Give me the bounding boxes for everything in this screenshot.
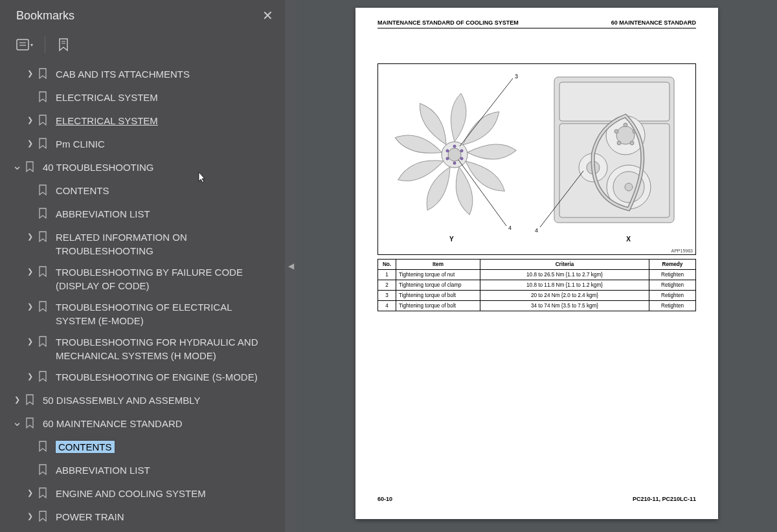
footer-left: 60-10 <box>377 496 392 502</box>
bookmark-label: TROUBLESHOOTING OF ELECTRICAL SYSTEM (E-… <box>56 300 277 327</box>
bookmark-item[interactable]: ⌄40 TROUBLESHOOTING <box>0 157 285 180</box>
svg-point-30 <box>625 183 633 191</box>
bookmark-label: TROUBLESHOOTING OF ENGINE (S-MODE) <box>56 370 277 384</box>
svg-line-14 <box>460 78 513 146</box>
bookmark-item[interactable]: ❯CAB AND ITS ATTACHMENTS <box>0 63 285 87</box>
bookmark-label: CONTENTS <box>56 184 277 197</box>
table-cell: 4 <box>378 301 396 311</box>
table-header: Criteria <box>480 260 649 270</box>
bookmark-icon <box>38 208 51 223</box>
bookmark-icon <box>25 417 38 432</box>
chevron-right-icon[interactable]: ❯ <box>22 371 38 381</box>
header-left: MAINTENANCE STANDARD OF COOLING SYSTEM <box>377 19 519 26</box>
bookmark-icon <box>38 231 51 246</box>
svg-rect-0 <box>17 39 28 50</box>
bookmark-item[interactable]: CONTENTS <box>0 180 285 203</box>
bookmark-label: 40 TROUBLESHOOTING <box>43 161 277 174</box>
bookmark-label: 50 DISASSEMBLY AND ASSEMBLY <box>43 393 277 407</box>
table-cell: 1 <box>378 270 396 280</box>
bookmarks-tree[interactable]: ❯CAB AND ITS ATTACHMENTSELECTRICAL SYSTE… <box>0 61 285 532</box>
panel-header: Bookmarks ✕ <box>0 0 285 31</box>
close-icon[interactable]: ✕ <box>262 8 273 23</box>
bookmark-item[interactable]: ❯ENGINE AND COOLING SYSTEM <box>0 483 285 506</box>
chevron-down-icon[interactable]: ⌄ <box>9 158 25 174</box>
chevron-right-icon[interactable]: ❯ <box>22 337 38 346</box>
table-cell: Retighten <box>649 270 696 280</box>
chevron-right-icon[interactable]: ❯ <box>22 115 38 125</box>
bookmark-item[interactable]: ⌄60 MAINTENANCE STANDARD <box>0 413 285 436</box>
bookmark-icon <box>38 184 51 199</box>
chevron-right-icon[interactable]: ❯ <box>22 267 38 276</box>
bookmark-icon <box>25 394 38 409</box>
svg-marker-3 <box>30 44 33 47</box>
bookmark-label: POWER TRAIN <box>56 510 277 524</box>
bookmark-label: RELATED INFORMATION ON TROUBLESHOOTING <box>56 230 277 258</box>
bookmark-label: ELECTRICAL SYSTEM <box>56 91 277 104</box>
fan-illustration: 3 4 <box>390 71 532 239</box>
pdf-page: MAINTENANCE STANDARD OF COOLING SYSTEM 6… <box>355 8 718 519</box>
bookmark-item[interactable]: CONTENTS <box>0 436 285 460</box>
table-row: 1Tightening torque of nut10.8 to 26.5 Nm… <box>378 270 696 280</box>
svg-point-11 <box>453 162 456 164</box>
table-cell: 34 to 74 Nm {3.5 to 7.5 kgm} <box>480 301 649 311</box>
chevron-right-icon[interactable]: ❯ <box>22 511 38 521</box>
bookmark-item[interactable]: ❯UNDERCARRIAGE AND FRAME <box>0 529 285 532</box>
chevron-right-icon[interactable]: ❯ <box>22 488 38 498</box>
bookmark-item[interactable]: ❯POWER TRAIN <box>0 506 285 529</box>
bookmark-icon <box>38 301 51 316</box>
svg-point-23 <box>630 141 634 145</box>
svg-point-25 <box>614 129 618 133</box>
bookmark-icon <box>38 336 51 351</box>
bookmark-icon <box>38 371 51 386</box>
callout-3: 3 <box>515 73 518 80</box>
table-header: Remedy <box>649 260 696 270</box>
bookmark-item[interactable]: ❯TROUBLESHOOTING FOR HYDRAULIC AND MECHA… <box>0 331 285 366</box>
table-cell: Retighten <box>649 291 696 301</box>
find-bookmark-icon[interactable] <box>57 38 70 52</box>
bookmark-item[interactable]: ❯Pm CLINIC <box>0 133 285 157</box>
spec-table: No.ItemCriteriaRemedy 1Tightening torque… <box>377 259 696 311</box>
table-cell: Tightening torque of bolt <box>396 291 480 301</box>
options-icon[interactable] <box>16 38 33 52</box>
bookmark-item[interactable]: ❯TROUBLESHOOTING OF ELECTRICAL SYSTEM (E… <box>0 296 285 331</box>
bookmark-item[interactable]: ❯TROUBLESHOOTING BY FAILURE CODE (DISPLA… <box>0 261 285 296</box>
bookmark-item[interactable]: ❯RELATED INFORMATION ON TROUBLESHOOTING <box>0 227 285 261</box>
table-cell: 3 <box>378 291 396 301</box>
bookmark-label: ABBREVIATION LIST <box>56 463 277 477</box>
table-header: No. <box>378 260 396 270</box>
callout-4b: 4 <box>535 227 538 234</box>
table-row: 3Tightening torque of bolt20 to 24 Nm {2… <box>378 291 696 301</box>
bookmark-label: Pm CLINIC <box>56 137 277 151</box>
chevron-right-icon[interactable]: ❯ <box>22 139 38 148</box>
page-footer: 60-10 PC210-11, PC210LC-11 <box>377 496 696 502</box>
figure-id: APP15983 <box>671 249 693 253</box>
bookmark-icon <box>38 511 51 526</box>
bookmark-item[interactable]: ❯ELECTRICAL SYSTEM <box>0 110 285 133</box>
svg-point-8 <box>453 145 456 148</box>
engine-illustration: 4 <box>528 71 684 239</box>
bookmark-icon <box>38 115 51 129</box>
figure-x-label: X <box>626 236 631 243</box>
document-viewer[interactable]: MAINTENANCE STANDARD OF COOLING SYSTEM 6… <box>297 0 777 532</box>
bookmark-item[interactable]: ❯50 DISASSEMBLY AND ASSEMBLY <box>0 390 285 413</box>
table-cell: Tightening torque of bolt <box>396 301 480 311</box>
chevron-right-icon[interactable]: ❯ <box>22 302 38 311</box>
chevron-right-icon[interactable]: ❯ <box>22 69 38 78</box>
chevron-right-icon[interactable]: ❯ <box>9 395 25 405</box>
chevron-down-icon[interactable]: ⌄ <box>9 414 25 430</box>
table-cell: 10.8 to 26.5 Nm {1.1 to 2.7 kgm} <box>480 270 649 280</box>
bookmark-label: ABBREVIATION LIST <box>56 207 277 221</box>
svg-point-12 <box>446 157 449 160</box>
bookmark-item[interactable]: ABBREVIATION LIST <box>0 203 285 227</box>
bookmark-item[interactable]: ❯TROUBLESHOOTING OF ENGINE (S-MODE) <box>0 366 285 390</box>
bookmark-icon <box>38 138 51 153</box>
bookmark-label: ENGINE AND COOLING SYSTEM <box>56 487 277 500</box>
table-cell: Tightening torque of clamp <box>396 280 480 291</box>
svg-point-21 <box>624 123 627 127</box>
bookmarks-toolbar <box>0 31 285 61</box>
chevron-right-icon[interactable]: ❯ <box>22 232 38 241</box>
bookmark-item[interactable]: ELECTRICAL SYSTEM <box>0 87 285 110</box>
panel-title: Bookmarks <box>16 9 74 23</box>
bookmark-item[interactable]: ABBREVIATION LIST <box>0 460 285 483</box>
collapse-panel-button[interactable]: ◀ <box>285 0 297 532</box>
